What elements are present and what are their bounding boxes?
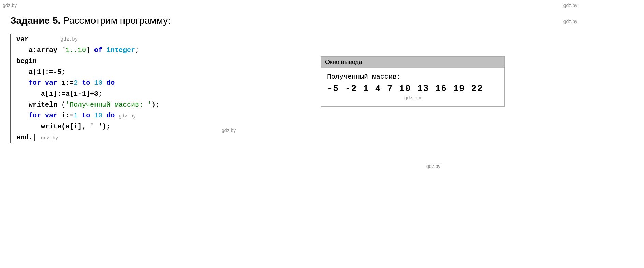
code-line-var: var gdz.by — [16, 34, 266, 45]
output-window-title: Окно вывода — [325, 59, 362, 65]
code-block: var gdz.by a:array [1..10] of integer; b… — [10, 34, 266, 143]
watermark-below-output: gdz.by — [426, 163, 440, 169]
code-line-a1: a[1]:=-5; — [16, 67, 266, 78]
output-content: Полученный массив: -5 -2 1 4 7 10 13 16 … — [321, 68, 504, 106]
output-title-bar: Окно вывода — [321, 57, 504, 68]
watermark-mid: gdz.by — [222, 128, 236, 133]
code-line-for1: for var i:=2 to 10 do — [16, 78, 266, 89]
watermark-top-left: gdz.by — [3, 3, 17, 8]
watermark-title-right: gdz.by — [564, 19, 577, 24]
code-line-assign: a[i]:=a[i-1]+3; — [16, 89, 266, 99]
page-title: Задание 5. Рассмотрим программу: — [10, 15, 171, 26]
code-line-array: a:array [1..10] of integer; — [16, 45, 266, 56]
watermark-top-right: gdz.by — [564, 3, 577, 8]
code-line-writeln: writeln ('Полученный массив: '); — [16, 99, 266, 110]
output-window: Окно вывода Полученный массив: -5 -2 1 4… — [321, 56, 505, 107]
code-line-begin: begin — [16, 56, 266, 67]
output-label: Полученный массив: — [327, 73, 498, 81]
title-rest: Рассмотрим программу: — [60, 15, 171, 26]
title-bold: Задание 5. — [10, 15, 60, 26]
watermark-output: gdz.by — [404, 95, 421, 101]
output-values: -5 -2 1 4 7 10 13 16 19 22 — [327, 83, 498, 94]
code-line-for2: for var i:=1 to 10 do gdz.by — [16, 110, 266, 121]
code-line-end: end.| gdz.by — [16, 132, 266, 143]
